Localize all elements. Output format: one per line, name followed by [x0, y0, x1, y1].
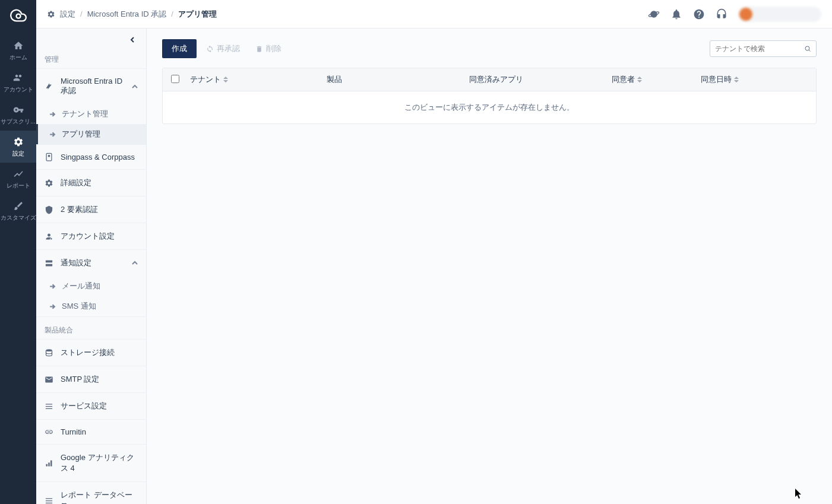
rail-item-label: サブスクリ... — [1, 118, 35, 126]
sort-icon — [734, 77, 739, 83]
arrow-right-icon — [49, 131, 56, 138]
mail-icon — [45, 375, 53, 384]
sidebar-subitem-mail[interactable]: メール通知 — [36, 276, 146, 296]
svg-point-12 — [805, 46, 809, 50]
sidebar-item-smtp[interactable]: SMTP 設定 — [36, 366, 146, 392]
refresh-icon — [206, 45, 214, 53]
home-icon — [13, 40, 24, 51]
sidebar-item-label: ストレージ接続 — [61, 347, 138, 358]
avatar — [739, 8, 752, 21]
search-box[interactable] — [710, 40, 817, 57]
create-button[interactable]: 作成 — [162, 39, 197, 58]
sidebar-item-reportdb[interactable]: レポート データベース — [36, 481, 146, 504]
database-icon — [45, 348, 53, 357]
gear-icon — [13, 137, 24, 147]
sidebar-item-label: Google アナリティクス 4 — [61, 452, 138, 474]
server-icon — [45, 259, 53, 268]
bell-icon[interactable] — [670, 8, 682, 20]
chevron-up-icon — [132, 84, 138, 90]
arrow-right-icon — [49, 303, 56, 310]
sidebar-item-entra[interactable]: Microsoft Entra ID 承認 — [36, 68, 146, 104]
sidebar-item-service[interactable]: サービス設定 — [36, 392, 146, 419]
shield-icon — [45, 205, 53, 214]
sidebar-item-notif[interactable]: 通知設定 — [36, 249, 146, 276]
reauth-label: 再承認 — [217, 43, 240, 54]
rail-item-account[interactable]: アカウント — [0, 66, 36, 99]
sidebar-item-label: SMTP 設定 — [61, 374, 138, 385]
arrow-right-icon — [49, 283, 56, 290]
svg-rect-10 — [48, 462, 50, 466]
breadcrumb-sep: / — [80, 9, 83, 18]
sort-icon — [223, 77, 228, 83]
main-content: 作成 再承認 削除 — [147, 28, 832, 504]
svg-rect-11 — [50, 460, 52, 466]
sidebar-item-advanced[interactable]: 詳細設定 — [36, 169, 146, 196]
sidebar-item-label: レポート データベース — [61, 490, 138, 504]
analytics-icon — [45, 459, 53, 468]
help-icon[interactable] — [693, 8, 705, 20]
sidebar-subitem-label: SMS 通知 — [62, 301, 96, 312]
th-app[interactable]: 同意済みアプリ — [469, 74, 612, 85]
breadcrumb-settings[interactable]: 設定 — [60, 9, 75, 20]
th-label: 同意者 — [612, 74, 635, 85]
svg-rect-7 — [46, 264, 52, 266]
svg-rect-6 — [46, 260, 52, 262]
select-all-checkbox[interactable] — [171, 75, 179, 83]
user-menu[interactable] — [738, 7, 821, 22]
sidebar-section-integration: 製品統合 — [36, 316, 146, 339]
th-product[interactable]: 製品 — [327, 74, 469, 85]
collapse-sidebar-icon[interactable] — [129, 37, 135, 43]
sidebar-subitem-app[interactable]: アプリ管理 — [36, 124, 146, 144]
sidebar-item-ga4[interactable]: Google アナリティクス 4 — [36, 444, 146, 481]
sidebar-subitem-sms[interactable]: SMS 通知 — [36, 296, 146, 316]
rail-item-report[interactable]: レポート — [0, 163, 36, 195]
sidebar-item-storage[interactable]: ストレージ接続 — [36, 339, 146, 366]
key-icon — [13, 104, 24, 115]
rail-item-settings[interactable]: 設定 — [0, 131, 36, 163]
sidebar-subitem-label: テナント管理 — [62, 109, 108, 119]
sidebar-item-singpass[interactable]: Singpass & Corppass — [36, 144, 146, 169]
rail-item-label: レポート — [7, 182, 30, 190]
settings-sidebar: 管理 Microsoft Entra ID 承認 テナント管理 アプリ管理 Si — [36, 28, 147, 504]
th-tenant[interactable]: テナント — [190, 74, 327, 85]
breadcrumb-entra[interactable]: Microsoft Entra ID 承認 — [87, 9, 167, 20]
th-label: テナント — [190, 74, 221, 85]
brush-icon — [13, 201, 24, 211]
svg-point-8 — [46, 349, 52, 351]
table-empty-state: このビューに表示するアイテムが存在しません。 — [163, 91, 816, 123]
svg-point-0 — [16, 14, 20, 18]
search-icon[interactable] — [804, 45, 811, 53]
sidebar-item-label: Turnitin — [61, 427, 138, 436]
table: テナント 製品 同意済みアプリ 同意者 — [162, 68, 817, 124]
sidebar-item-account-settings[interactable]: アカウント設定 — [36, 223, 146, 249]
rail-item-label: アカウント — [4, 85, 33, 94]
breadcrumb-current: アプリ管理 — [178, 9, 217, 20]
left-rail-nav: ホーム アカウント サブスクリ... 設定 レポート カスタマイズ — [0, 0, 36, 504]
azure-icon — [45, 82, 53, 91]
reauth-button: 再承認 — [200, 39, 246, 58]
link-icon — [45, 427, 53, 436]
table-header-row: テナント 製品 同意済みアプリ 同意者 — [163, 68, 816, 91]
headset-icon[interactable] — [716, 8, 727, 20]
breadcrumb-sep: / — [171, 9, 173, 18]
sidebar-subitem-label: メール通知 — [62, 281, 100, 291]
sidebar-section-manage: 管理 — [36, 46, 146, 68]
th-date[interactable]: 同意日時 — [701, 74, 808, 85]
sidebar-subitem-tenant[interactable]: テナント管理 — [36, 104, 146, 124]
rail-item-customize[interactable]: カスタマイズ — [0, 195, 36, 227]
users-icon — [13, 72, 24, 83]
sidebar-item-label: 通知設定 — [61, 258, 125, 268]
sidebar-item-turnitin[interactable]: Turnitin — [36, 419, 146, 444]
th-label: 同意日時 — [701, 74, 732, 85]
rail-item-label: 設定 — [12, 150, 24, 158]
sidebar-item-2fa[interactable]: 2 要素認証 — [36, 196, 146, 223]
gear-icon — [47, 10, 55, 18]
delete-button: 削除 — [249, 39, 287, 58]
th-label: 同意済みアプリ — [469, 74, 523, 85]
planet-icon[interactable] — [648, 8, 660, 20]
rail-item-subscription[interactable]: サブスクリ... — [0, 99, 36, 131]
th-consenter[interactable]: 同意者 — [612, 74, 701, 85]
search-input[interactable] — [715, 45, 804, 53]
rail-item-home[interactable]: ホーム — [0, 34, 36, 66]
sidebar-item-label: 2 要素認証 — [61, 204, 138, 215]
